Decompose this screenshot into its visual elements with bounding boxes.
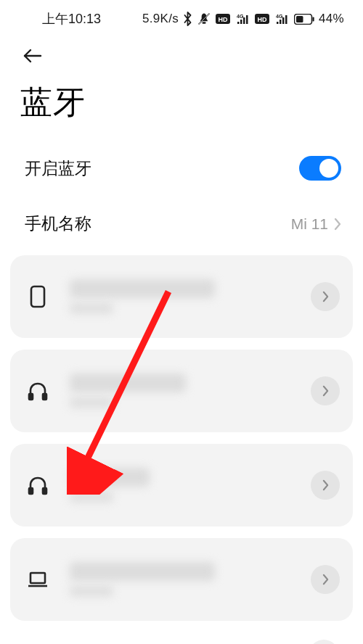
device-details-button[interactable] — [311, 471, 340, 500]
laptop-icon — [23, 571, 52, 588]
svg-rect-16 — [285, 15, 287, 24]
svg-rect-8 — [243, 17, 245, 24]
signal-4g-icon-1: 4G — [234, 13, 250, 25]
svg-rect-6 — [237, 22, 240, 24]
device-sub-redacted — [70, 302, 113, 314]
device-sub-redacted — [70, 397, 113, 408]
svg-rect-23 — [43, 394, 46, 400]
page-title: 蓝牙 — [0, 74, 363, 140]
phone-outline-icon — [23, 285, 52, 308]
chevron-right-icon — [334, 218, 341, 231]
device-name-redacted — [70, 562, 215, 581]
status-bar: 上午10:13 5.9K/s HD 4G — [0, 0, 363, 38]
headphones-icon — [23, 475, 52, 495]
svg-text:4G: 4G — [237, 14, 244, 19]
svg-rect-19 — [313, 17, 314, 21]
status-battery-pct: 44% — [319, 12, 344, 26]
status-time: 上午10:13 — [42, 10, 101, 28]
phone-name-label: 手机名称 — [25, 212, 91, 235]
bluetooth-toggle[interactable] — [299, 156, 341, 181]
svg-rect-9 — [246, 15, 248, 24]
device-name-redacted — [70, 468, 150, 487]
svg-rect-15 — [282, 17, 285, 24]
bluetooth-icon — [183, 12, 192, 26]
svg-rect-18 — [296, 16, 303, 22]
phone-name-row[interactable]: 手机名称 Mi 11 — [0, 197, 363, 251]
device-details-button[interactable] — [311, 376, 340, 405]
hd-badge-icon-1: HD — [216, 14, 230, 24]
enable-bluetooth-row[interactable]: 开启蓝牙 — [0, 140, 363, 197]
svg-rect-7 — [240, 20, 242, 24]
mute-icon — [197, 12, 211, 26]
svg-rect-21 — [31, 286, 44, 307]
status-right-cluster: 5.9K/s HD 4G — [142, 12, 344, 26]
back-button[interactable] — [22, 47, 44, 65]
device-details-button[interactable] — [311, 565, 340, 594]
svg-rect-0 — [203, 22, 206, 23]
signal-4g-icon-2: 4G — [274, 13, 290, 25]
available-devices-header: 可用设备 — [0, 621, 363, 644]
paired-device-item[interactable] — [10, 350, 353, 432]
svg-rect-14 — [280, 20, 282, 24]
svg-text:HD: HD — [258, 16, 267, 23]
svg-rect-22 — [29, 394, 33, 400]
phone-name-value: Mi 11 — [291, 215, 328, 233]
device-name-redacted — [70, 373, 186, 392]
paired-device-item[interactable] — [10, 538, 353, 621]
device-name-redacted — [70, 279, 215, 298]
svg-rect-25 — [43, 488, 46, 494]
device-sub-redacted — [70, 585, 113, 597]
device-sub-redacted — [70, 491, 113, 503]
enable-bluetooth-label: 开启蓝牙 — [25, 157, 91, 180]
headphones-icon — [23, 381, 52, 401]
device-details-button[interactable] — [311, 282, 340, 311]
svg-rect-26 — [30, 573, 45, 583]
svg-rect-13 — [277, 22, 279, 24]
status-net-speed: 5.9K/s — [142, 12, 179, 26]
svg-text:4G: 4G — [276, 14, 283, 19]
svg-rect-24 — [29, 488, 33, 494]
paired-device-item[interactable] — [10, 444, 353, 527]
paired-device-item[interactable] — [10, 255, 353, 338]
hd-badge-icon-2: HD — [255, 14, 269, 24]
paired-devices-list — [0, 251, 363, 621]
svg-text:HD: HD — [219, 16, 228, 23]
refresh-button[interactable] — [309, 640, 338, 644]
battery-icon — [294, 14, 314, 25]
